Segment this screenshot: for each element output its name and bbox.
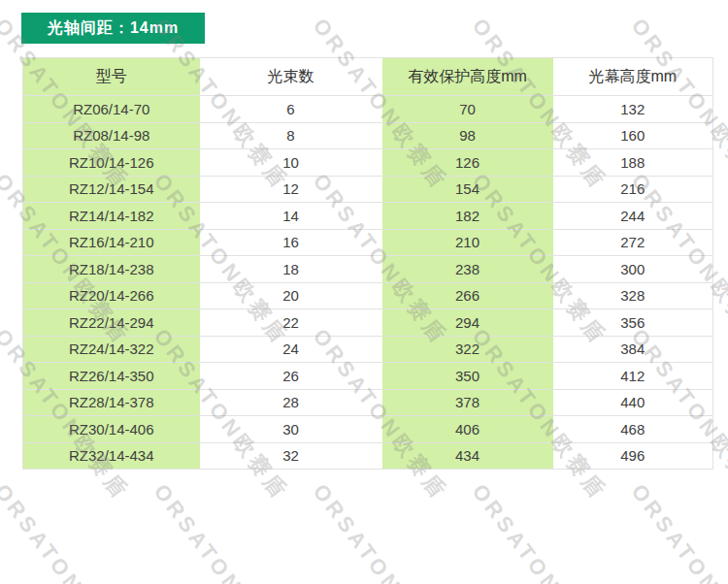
cell-beam-count: 24 (200, 336, 382, 363)
cell-protection-height: 238 (382, 256, 553, 283)
header-row: 型号光束数有效保护高度mm光幕高度mm (23, 58, 713, 96)
cell-curtain-height: 300 (553, 256, 713, 283)
cell-beam-count: 12 (200, 176, 382, 203)
cell-curtain-height: 160 (553, 122, 713, 149)
cell-protection-height: 378 (382, 389, 553, 416)
column-header-model: 型号 (23, 58, 200, 96)
cell-beam-count: 8 (200, 122, 382, 149)
cell-beam-count: 6 (200, 96, 382, 123)
table-row: RZ14/14-18214182244 (23, 203, 713, 230)
cell-curtain-height: 132 (553, 96, 713, 123)
cell-model: RZ26/14-350 (23, 363, 200, 390)
cell-beam-count: 16 (200, 229, 382, 256)
cell-beam-count: 28 (200, 389, 382, 416)
table-row: RZ18/14-23818238300 (23, 256, 713, 283)
cell-model: RZ22/14-294 (23, 309, 200, 337)
watermark-text: ORSATON欧赛盾 (306, 478, 454, 584)
cell-model: RZ16/14-210 (23, 229, 200, 256)
cell-curtain-height: 384 (553, 336, 713, 363)
cell-protection-height: 210 (382, 229, 553, 256)
cell-protection-height: 70 (382, 96, 553, 123)
cell-curtain-height: 216 (553, 176, 713, 203)
table-row: RZ12/14-15412154216 (23, 176, 713, 203)
cell-model: RZ28/14-378 (23, 389, 200, 416)
cell-model: RZ18/14-238 (23, 256, 200, 283)
column-header-beam-count: 光束数 (200, 58, 382, 96)
table-row: RZ24/14-32224322384 (23, 336, 713, 363)
cell-protection-height: 350 (382, 363, 553, 390)
table-row: RZ16/14-21016210272 (23, 229, 713, 256)
cell-curtain-height: 188 (553, 149, 713, 177)
watermark-text: ORSATON欧赛盾 (624, 478, 728, 584)
cell-protection-height: 154 (382, 176, 553, 203)
cell-curtain-height: 272 (553, 229, 713, 256)
cell-beam-count: 22 (200, 309, 382, 337)
product-spec-page: 光轴间距：14mm 型号光束数有效保护高度mm光幕高度mm RZ06/14-70… (0, 0, 728, 584)
cell-beam-count: 20 (200, 282, 382, 309)
cell-protection-height: 322 (382, 336, 553, 363)
table-row: RZ26/14-35026350412 (23, 363, 713, 390)
watermark-text: ORSATON欧赛盾 (147, 478, 295, 584)
table-row: RZ22/14-29422294356 (23, 309, 713, 337)
table-row: RZ30/14-40630406468 (23, 416, 713, 443)
spec-table-header: 型号光束数有效保护高度mm光幕高度mm (23, 58, 713, 96)
cell-beam-count: 10 (200, 149, 382, 177)
table-row: RZ32/14-43432434496 (23, 442, 713, 470)
cell-beam-count: 14 (200, 203, 382, 230)
cell-curtain-height: 244 (553, 203, 713, 230)
cell-protection-height: 406 (382, 416, 553, 443)
cell-curtain-height: 496 (553, 442, 713, 470)
cell-protection-height: 98 (382, 122, 553, 149)
table-row: RZ10/14-12610126188 (23, 149, 713, 177)
cell-curtain-height: 328 (553, 282, 713, 309)
cell-model: RZ30/14-406 (23, 416, 200, 443)
cell-model: RZ08/14-98 (23, 122, 200, 149)
column-header-curtain-height: 光幕高度mm (553, 58, 713, 96)
watermark-text: ORSATON欧赛盾 (0, 478, 136, 584)
table-row: RZ06/14-70670132 (23, 96, 713, 123)
cell-protection-height: 182 (382, 203, 553, 230)
cell-model: RZ24/14-322 (23, 336, 200, 363)
table-row: RZ08/14-98898160 (23, 122, 713, 149)
cell-protection-height: 126 (382, 149, 553, 177)
cell-protection-height: 434 (382, 442, 553, 470)
cell-beam-count: 26 (200, 363, 382, 390)
cell-protection-height: 266 (382, 282, 553, 309)
table-row: RZ28/14-37828378440 (23, 389, 713, 416)
cell-model: RZ14/14-182 (23, 203, 200, 230)
watermark-text: ORSATON欧赛盾 (465, 478, 613, 584)
cell-beam-count: 18 (200, 256, 382, 283)
spec-table-body: RZ06/14-70670132RZ08/14-98898160RZ10/14-… (23, 96, 713, 470)
cell-curtain-height: 412 (553, 363, 713, 390)
spec-title-badge: 光轴间距：14mm (21, 13, 205, 44)
cell-model: RZ32/14-434 (23, 442, 200, 470)
cell-curtain-height: 356 (553, 309, 713, 337)
cell-protection-height: 294 (382, 309, 553, 337)
cell-model: RZ06/14-70 (23, 96, 200, 123)
cell-model: RZ12/14-154 (23, 176, 200, 203)
cell-curtain-height: 468 (553, 416, 713, 443)
cell-beam-count: 32 (200, 442, 382, 470)
column-header-protection-height: 有效保护高度mm (382, 58, 553, 96)
table-row: RZ20/14-26620266328 (23, 282, 713, 309)
cell-model: RZ20/14-266 (23, 282, 200, 309)
spec-table: 型号光束数有效保护高度mm光幕高度mm RZ06/14-70670132RZ08… (22, 57, 713, 470)
cell-model: RZ10/14-126 (23, 149, 200, 177)
cell-curtain-height: 440 (553, 389, 713, 416)
cell-beam-count: 30 (200, 416, 382, 443)
